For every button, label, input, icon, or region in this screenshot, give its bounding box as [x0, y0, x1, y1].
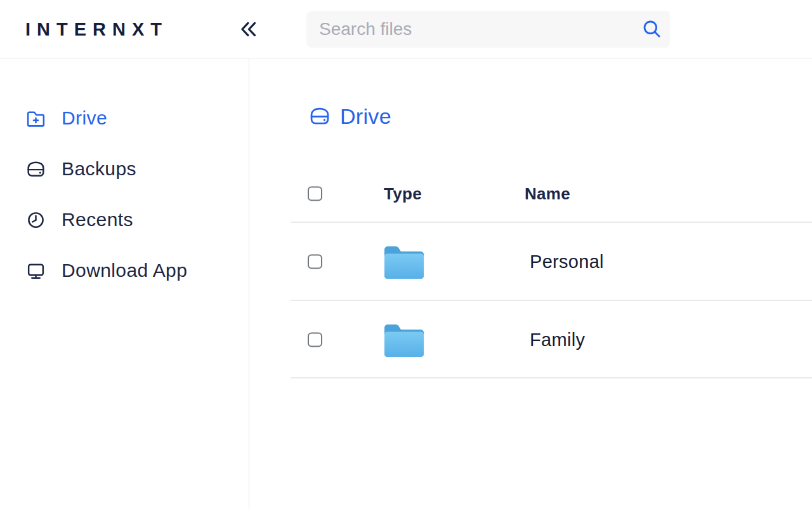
folder-plus-icon	[25, 108, 46, 129]
search-input[interactable]	[306, 11, 634, 48]
sidebar-item-drive[interactable]: Drive	[25, 98, 235, 138]
column-header-type: Type	[384, 184, 422, 204]
breadcrumb-drive[interactable]: Drive	[308, 100, 391, 133]
table-row-family[interactable]: Family	[250, 301, 812, 378]
folder-icon	[383, 243, 425, 280]
search-bar	[306, 11, 670, 48]
main-content: Drive Type Name Personal	[250, 59, 812, 508]
internxt-logo: INTERNXT	[25, 0, 168, 58]
file-name: Personal	[530, 251, 604, 272]
sidebar-item-label: Drive	[62, 107, 107, 129]
sidebar-item-backups[interactable]: Backups	[25, 149, 235, 189]
sidebar-collapse-button[interactable]	[235, 15, 263, 43]
column-header-name: Name	[525, 184, 570, 204]
top-bar: INTERNXT	[0, 0, 812, 58]
table-header: Type Name	[250, 175, 812, 212]
folder-icon	[383, 321, 425, 358]
sidebar-item-label: Recents	[62, 209, 133, 231]
clock-icon	[25, 210, 46, 231]
sidebar: Drive Backups Recents	[0, 59, 249, 508]
sidebar-item-label: Download App	[62, 260, 187, 281]
sidebar-item-download-app[interactable]: Download App	[25, 251, 235, 290]
sidebar-item-label: Backups	[62, 158, 136, 180]
hard-drive-icon	[25, 159, 46, 180]
monitor-icon	[25, 260, 46, 281]
chevrons-left-icon	[238, 18, 259, 40]
row-checkbox[interactable]	[308, 332, 322, 347]
page-title: Drive	[340, 104, 391, 129]
search-icon[interactable]	[634, 11, 670, 48]
sidebar-item-recents[interactable]: Recents	[25, 200, 235, 239]
file-name: Family	[530, 329, 585, 350]
table-row-personal[interactable]: Personal	[250, 223, 812, 300]
divider	[291, 377, 812, 378]
hard-drive-icon	[308, 105, 331, 128]
row-checkbox[interactable]	[308, 254, 322, 269]
select-all-checkbox[interactable]	[308, 187, 322, 201]
